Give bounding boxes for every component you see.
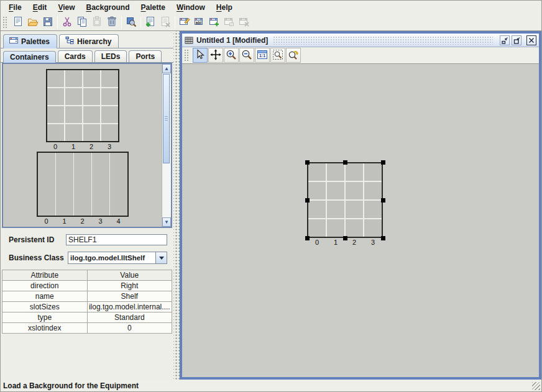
shelf-slot xyxy=(364,182,382,199)
attribute-value-cell[interactable]: ilog.tgo.model.internal.... xyxy=(87,302,172,312)
shelf-slot xyxy=(308,201,326,218)
combo-dropdown-button[interactable] xyxy=(155,252,167,263)
scroll-down-button[interactable]: ▼ xyxy=(162,217,171,227)
palette-item-shelf-5-slot[interactable]: 01234 xyxy=(37,152,129,225)
attribute-name-cell[interactable]: xslotindex xyxy=(2,323,88,334)
slot-index-label: 1 xyxy=(327,239,344,246)
view-toolbar-drag-handle[interactable] xyxy=(184,49,190,62)
status-message: Load a Background for the Equipment xyxy=(3,381,139,390)
selection-handle[interactable] xyxy=(343,160,347,165)
tab-leds[interactable]: LEDs xyxy=(94,50,127,62)
tab-containers[interactable]: Containers xyxy=(3,51,56,63)
attribute-value-cell[interactable]: 0 xyxy=(87,323,172,334)
close-button[interactable] xyxy=(526,35,536,45)
new-palette-button[interactable] xyxy=(177,15,192,30)
shelf-slot xyxy=(47,88,64,105)
business-class-combobox[interactable]: ilog.tgo.model.lltShelf xyxy=(68,252,167,264)
tab-cards[interactable]: Cards xyxy=(58,50,93,62)
shelf-slot xyxy=(101,106,118,123)
select-tool-button[interactable] xyxy=(193,48,208,63)
shelf-slot xyxy=(65,88,82,105)
attribute-row-slotSizes[interactable]: slotSizesilog.tgo.model.internal.... xyxy=(2,302,172,312)
save-button[interactable] xyxy=(40,15,55,30)
attribute-name-cell[interactable]: type xyxy=(2,312,88,323)
tab-palettes[interactable]: Palettes xyxy=(3,34,57,48)
selection-handle[interactable] xyxy=(305,236,310,240)
delete-button[interactable] xyxy=(104,15,119,30)
load-background-button[interactable] xyxy=(143,15,158,30)
maximize-button[interactable] xyxy=(512,35,521,45)
copy-button[interactable] xyxy=(75,15,90,30)
persistent-id-input[interactable] xyxy=(66,234,167,245)
tab-hierarchy[interactable]: Hierarchy xyxy=(59,34,119,48)
selection-handle[interactable] xyxy=(381,198,385,203)
internal-frame-titlebar[interactable]: Untitled 1 [Modified] xyxy=(182,34,539,47)
attribute-row-direction[interactable]: directionRight xyxy=(2,281,172,291)
selection-handle[interactable] xyxy=(381,160,385,165)
palettes-icon xyxy=(9,37,18,46)
menu-palette[interactable]: Palette xyxy=(136,2,171,13)
attribute-value-cell[interactable]: Standard xyxy=(87,312,172,323)
attribute-row-type[interactable]: typeStandard xyxy=(2,312,172,323)
split-pane-divider[interactable] xyxy=(173,31,180,380)
add-to-palette-button[interactable] xyxy=(207,15,222,30)
pan-tool-button[interactable] xyxy=(208,48,223,63)
scrollbar-thumb[interactable] xyxy=(163,74,170,163)
iconify-button[interactable] xyxy=(500,35,510,45)
attribute-name-cell[interactable]: name xyxy=(2,291,88,302)
zoom-one-to-one-tool-button[interactable]: 1:1 xyxy=(255,48,270,63)
shelf-4x4-grid xyxy=(46,69,119,142)
attribute-row-xslotindex[interactable]: xslotindex0 xyxy=(2,323,172,334)
frame-title: Untitled 1 [Modified] xyxy=(196,36,268,45)
attribute-row-name[interactable]: nameShelf xyxy=(2,291,172,302)
new-document-button[interactable] xyxy=(11,15,25,30)
slot-index-label: 2 xyxy=(74,217,91,225)
shelf-slot xyxy=(346,182,363,199)
shelf-slot xyxy=(56,153,73,216)
shelf-slot xyxy=(74,153,91,216)
window-resize-grip[interactable] xyxy=(532,382,540,390)
fit-to-contents-tool xyxy=(272,48,284,63)
selection-handle[interactable] xyxy=(305,160,310,165)
menu-file[interactable]: File xyxy=(3,2,27,13)
zoom-in-tool-button[interactable] xyxy=(224,48,239,63)
selection-handle[interactable] xyxy=(343,236,347,240)
attribute-name-cell[interactable]: slotSizes xyxy=(2,302,88,312)
palette-scrollbar[interactable]: ▲ ▼ xyxy=(162,64,171,227)
interactive-zoom-tool-button[interactable] xyxy=(286,48,301,63)
toolbar-drag-handle[interactable] xyxy=(2,16,8,29)
tab-label: Containers xyxy=(10,53,49,62)
remove-background-button xyxy=(158,15,173,30)
menu-view[interactable]: View xyxy=(52,2,80,13)
attribute-value-cell[interactable]: Right xyxy=(87,281,172,291)
slot-index-label: 1 xyxy=(56,217,73,225)
slot-index-label: 0 xyxy=(47,143,64,150)
attribute-value-cell[interactable]: Shelf xyxy=(87,291,172,302)
shelf-slot xyxy=(308,163,326,181)
zoom-one-to-one-tool: 1:1 xyxy=(256,48,269,63)
scroll-up-button[interactable]: ▲ xyxy=(162,64,171,73)
tab-ports[interactable]: Ports xyxy=(129,50,162,62)
left-panel: PalettesHierarchy ContainersCardsLEDsPor… xyxy=(1,31,173,380)
rename-palette-button[interactable]: abI xyxy=(192,15,207,30)
open-folder-button[interactable] xyxy=(25,15,40,30)
zoom-out-tool-button[interactable] xyxy=(239,48,254,63)
equipment-canvas[interactable]: 0123 xyxy=(182,64,539,377)
paste-button xyxy=(90,15,104,30)
slot-index-label: 0 xyxy=(38,217,55,225)
selection-handle[interactable] xyxy=(381,236,385,240)
fit-to-contents-tool-button[interactable] xyxy=(270,48,285,63)
cut-button[interactable] xyxy=(60,15,75,30)
main-toolbar: abI xyxy=(1,14,541,31)
menu-background[interactable]: Background xyxy=(81,2,136,13)
menu-edit[interactable]: Edit xyxy=(27,2,53,13)
shelf-slot xyxy=(101,70,118,87)
palette-item-shelf-4x4[interactable]: 0123 xyxy=(46,69,119,150)
selection-handle[interactable] xyxy=(305,198,310,203)
selected-shelf-object[interactable]: 0123 xyxy=(307,162,383,246)
shelf-slot xyxy=(47,124,64,141)
menu-window[interactable]: Window xyxy=(171,2,211,13)
menu-help[interactable]: Help xyxy=(211,2,238,13)
preview-button[interactable] xyxy=(124,15,139,30)
attribute-name-cell[interactable]: direction xyxy=(2,281,88,291)
